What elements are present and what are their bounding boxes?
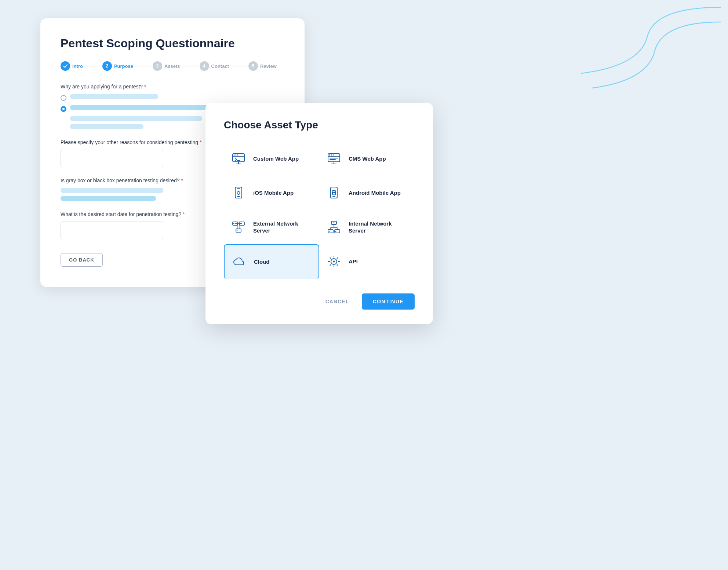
api-icon [325,253,343,270]
svg-point-3 [236,154,237,156]
asset-item-cms-web-app[interactable]: CMS Web App [319,142,415,176]
external-network-server-icon [230,218,247,236]
continue-button[interactable]: CONTINUE [362,293,415,310]
step-1-circle [61,61,70,71]
android-mobile-app-icon [325,184,343,202]
svg-line-56 [337,258,338,259]
internal-network-server-icon [325,218,343,236]
custom-web-app-icon [230,150,247,168]
cms-web-app-label: CMS Web App [349,155,386,162]
step-1-label: Intro [72,63,83,69]
radio-2-selected[interactable] [61,106,66,112]
cms-web-app-icon [325,150,343,168]
question-1-label: Why are you applying for a pentest? * [61,84,284,89]
question-4-input[interactable] [61,222,163,239]
custom-web-app-label: Custom Web App [253,155,299,162]
svg-point-37 [237,230,238,231]
svg-point-26 [334,191,335,191]
asset-item-ios-mobile-app[interactable]: iOS Mobile App [224,176,319,210]
svg-point-36 [240,223,241,224]
svg-point-24 [332,190,336,193]
modal-title: Choose Asset Type [224,119,415,131]
android-mobile-app-label: Android Mobile App [349,189,401,197]
svg-point-13 [333,154,334,156]
step-connector-1 [84,66,101,66]
ios-mobile-app-icon [230,184,247,202]
bg-decoration [508,0,728,147]
svg-point-25 [333,191,334,191]
asset-item-cloud[interactable]: Cloud [224,244,319,279]
asset-item-custom-web-app[interactable]: Custom Web App [224,142,319,176]
step-intro: Intro [61,61,83,71]
step-connector-2 [135,66,151,66]
checkmark-icon [63,63,68,69]
option-2-text [70,105,224,110]
svg-point-45 [334,222,335,223]
asset-item-external-network-server[interactable]: External NetworkServer [224,210,319,244]
svg-point-11 [329,154,330,156]
sub-option-text-1 [70,116,202,121]
asset-grid: Custom Web App CMS Web App [224,142,415,279]
modal-footer: CANCEL CONTINUE [224,290,415,310]
step-4-label: Contact [211,63,229,69]
option-1-text [70,94,158,99]
question-2-input[interactable] [61,150,163,167]
svg-point-49 [333,261,335,263]
asset-item-api[interactable]: API [319,244,415,279]
cloud-icon [230,253,248,271]
q3-option-1 [61,188,163,193]
radio-option-1[interactable] [61,94,284,102]
external-network-server-label: External NetworkServer [253,220,298,234]
svg-point-47 [335,231,336,232]
step-3-label: Assets [164,63,180,69]
q3-option-2 [61,196,156,201]
svg-line-55 [337,265,338,266]
cloud-label: Cloud [254,258,270,266]
go-back-button[interactable]: GO BACK [61,253,103,267]
step-review: 5 Review [248,61,277,71]
svg-point-4 [237,154,239,156]
svg-point-46 [329,231,330,232]
svg-point-12 [331,154,332,156]
stepper: Intro 2 Purpose 3 Assets 4 Contact 5 Rev… [61,61,284,71]
internal-network-server-label: Internal NetworkServer [349,220,392,234]
svg-point-2 [234,154,235,156]
questionnaire-title: Pentest Scoping Questionnaire [61,37,284,50]
svg-point-35 [233,223,234,224]
cancel-button[interactable]: CANCEL [319,295,356,308]
step-2-label: Purpose [114,63,133,69]
ios-mobile-app-label: iOS Mobile App [253,189,294,197]
asset-modal: Choose Asset Type Custom Web App [205,103,433,324]
radio-1-unselected[interactable] [61,95,66,101]
step-connector-4 [230,66,247,66]
step-3-circle: 3 [153,61,162,71]
step-4-circle: 4 [200,61,209,71]
api-label: API [349,258,358,265]
step-5-circle: 5 [248,61,258,71]
step-5-label: Review [260,63,277,69]
asset-item-android-mobile-app[interactable]: Android Mobile App [319,176,415,210]
step-assets: 3 Assets [153,61,180,71]
step-connector-3 [182,66,198,66]
step-2-circle: 2 [102,61,112,71]
step-contact: 4 Contact [200,61,229,71]
svg-line-57 [330,265,331,266]
svg-line-54 [330,258,331,259]
sub-option-text-2 [70,124,143,129]
step-purpose: 2 Purpose [102,61,133,71]
asset-item-internal-network-server[interactable]: Internal NetworkServer [319,210,415,244]
